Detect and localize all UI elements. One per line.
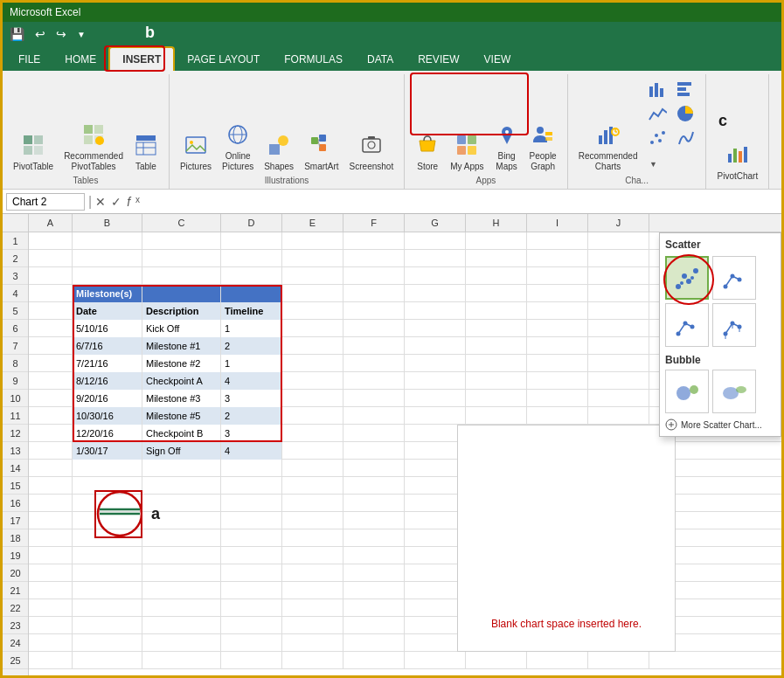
- more-scatter-link[interactable]: More Scatter Chart...: [665, 419, 775, 431]
- cell-g3[interactable]: [405, 267, 466, 285]
- cell-f9[interactable]: [343, 372, 405, 390]
- formula-input[interactable]: [143, 196, 778, 208]
- cell-e3[interactable]: [282, 267, 343, 285]
- cell-i2[interactable]: [527, 250, 588, 267]
- cell-j5[interactable]: [588, 302, 649, 320]
- cell-h9[interactable]: [466, 372, 527, 390]
- cell-d8[interactable]: 1: [221, 355, 282, 372]
- cell-h2[interactable]: [466, 250, 527, 267]
- cell-h4[interactable]: [466, 285, 527, 302]
- cell-i7[interactable]: [527, 337, 588, 355]
- cell-a11[interactable]: [29, 407, 73, 425]
- cell-i5[interactable]: [527, 302, 588, 320]
- cell-i6[interactable]: [527, 320, 588, 337]
- cell-j10[interactable]: [588, 390, 649, 407]
- cell-j9[interactable]: [588, 372, 649, 390]
- column-chart-button[interactable]: [644, 78, 670, 100]
- row-num-3[interactable]: 3: [3, 267, 28, 285]
- cell-e8[interactable]: [282, 355, 343, 372]
- row-num-6[interactable]: 6: [3, 320, 28, 337]
- cell-a1[interactable]: [29, 232, 73, 250]
- cell-b2[interactable]: [73, 250, 142, 267]
- row-num-13[interactable]: 13: [3, 442, 28, 460]
- cell-j11[interactable]: [588, 407, 649, 425]
- cell-c12[interactable]: Checkpoint B: [142, 425, 221, 442]
- cell-g2[interactable]: [405, 250, 466, 267]
- cell-j1[interactable]: [588, 232, 649, 250]
- cell-h8[interactable]: [466, 355, 527, 372]
- cell-f7[interactable]: [343, 337, 405, 355]
- cell-a6[interactable]: [29, 320, 73, 337]
- cell-c8[interactable]: Milestone #2: [142, 355, 221, 372]
- cell-h10[interactable]: [466, 390, 527, 407]
- cell-b10[interactable]: 9/20/16: [73, 390, 142, 407]
- cell-c3[interactable]: [142, 267, 221, 285]
- cell-d6[interactable]: 1: [221, 320, 282, 337]
- cell-b4-milestone[interactable]: Milestone(s): [73, 285, 142, 302]
- col-header-g[interactable]: G: [405, 214, 466, 232]
- tab-view[interactable]: VIEW: [472, 48, 524, 71]
- cell-f10[interactable]: [343, 390, 405, 407]
- confirm-icon[interactable]: ✓: [111, 195, 121, 209]
- cell-a3[interactable]: [29, 267, 73, 285]
- bubble-icon-1[interactable]: [665, 370, 709, 413]
- cell-e7[interactable]: [282, 337, 343, 355]
- cell-h6[interactable]: [466, 320, 527, 337]
- row-num-20[interactable]: 20: [3, 564, 28, 582]
- cancel-icon[interactable]: ✕: [95, 195, 106, 209]
- line-chart-button[interactable]: [644, 102, 670, 125]
- cell-d11[interactable]: 2: [221, 407, 282, 425]
- cell-f4[interactable]: [343, 285, 405, 302]
- cell-e11[interactable]: [282, 407, 343, 425]
- cell-d2[interactable]: [221, 250, 282, 267]
- row-num-22[interactable]: 22: [3, 599, 28, 617]
- table-button[interactable]: Table: [130, 132, 162, 174]
- col-header-i[interactable]: I: [527, 214, 588, 232]
- cell-c10[interactable]: Milestone #3: [142, 390, 221, 407]
- cell-f11[interactable]: [343, 407, 405, 425]
- col-header-a[interactable]: A: [29, 214, 73, 232]
- row-num-9[interactable]: 9: [3, 372, 28, 390]
- row-num-24[interactable]: 24: [3, 634, 28, 652]
- cell-j2[interactable]: [588, 250, 649, 267]
- cell-d5-timeline[interactable]: Timeline: [221, 302, 282, 320]
- row-num-1[interactable]: 1: [3, 232, 28, 250]
- row-num-10[interactable]: 10: [3, 390, 28, 407]
- cell-j7[interactable]: [588, 337, 649, 355]
- cell-i9[interactable]: [527, 372, 588, 390]
- cell-f8[interactable]: [343, 355, 405, 372]
- cell-c4[interactable]: [142, 285, 221, 302]
- cell-d12[interactable]: 3: [221, 425, 282, 442]
- undo-icon[interactable]: ↩: [31, 25, 49, 43]
- cell-g4[interactable]: [405, 285, 466, 302]
- tab-review[interactable]: REVIEW: [406, 48, 471, 71]
- row-num-8[interactable]: 8: [3, 355, 28, 372]
- bubble-icon-2[interactable]: [712, 370, 756, 413]
- scatter-icon-3[interactable]: [665, 303, 709, 347]
- cell-d4[interactable]: [221, 285, 282, 302]
- row-num-4[interactable]: 4: [3, 285, 28, 302]
- customize-icon[interactable]: ▼: [73, 28, 89, 41]
- cell-g6[interactable]: [405, 320, 466, 337]
- name-box[interactable]: [6, 193, 85, 211]
- cell-i4[interactable]: [527, 285, 588, 302]
- cell-c9[interactable]: Checkpoint A: [142, 372, 221, 390]
- col-header-h[interactable]: H: [466, 214, 527, 232]
- cell-b3[interactable]: [73, 267, 142, 285]
- cell-e13[interactable]: [282, 442, 343, 460]
- shapes-button[interactable]: Shapes: [260, 132, 297, 174]
- cell-a12[interactable]: [29, 425, 73, 442]
- cell-e5[interactable]: [282, 302, 343, 320]
- scatter-chart-button[interactable]: [644, 127, 670, 149]
- cell-e4[interactable]: [282, 285, 343, 302]
- row-num-7[interactable]: 7: [3, 337, 28, 355]
- cell-b1[interactable]: [73, 232, 142, 250]
- cell-g9[interactable]: [405, 372, 466, 390]
- my-apps-button[interactable]: My Apps: [447, 132, 487, 174]
- cell-h1[interactable]: [466, 232, 527, 250]
- row-num-17[interactable]: 17: [3, 512, 28, 529]
- cell-h11[interactable]: [466, 407, 527, 425]
- tab-data[interactable]: DATA: [355, 48, 406, 71]
- cell-h3[interactable]: [466, 267, 527, 285]
- cell-h7[interactable]: [466, 337, 527, 355]
